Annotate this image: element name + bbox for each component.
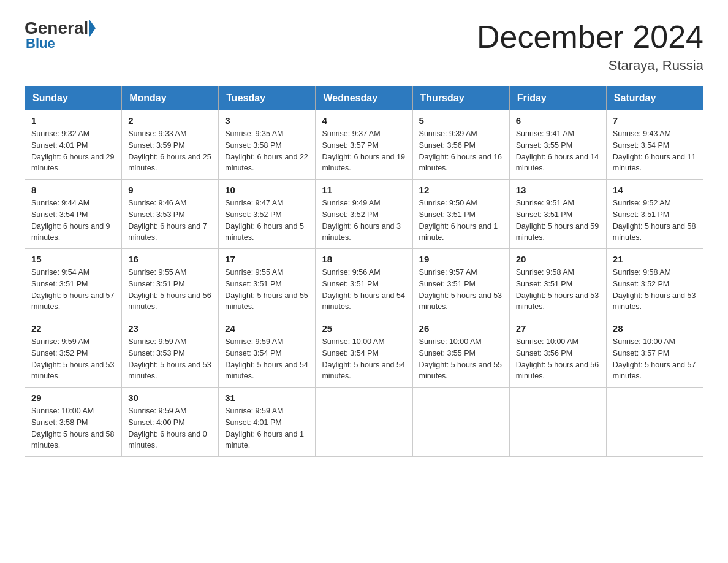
table-row: 29 Sunrise: 10:00 AM Sunset: 3:58 PM Day…	[25, 388, 122, 457]
table-row	[606, 388, 703, 457]
header-monday: Monday	[122, 86, 219, 110]
table-row: 8 Sunrise: 9:44 AM Sunset: 3:54 PM Dayli…	[25, 180, 122, 249]
table-row	[316, 388, 412, 457]
table-row: 9 Sunrise: 9:46 AM Sunset: 3:53 PM Dayli…	[122, 180, 219, 249]
day-info: Sunrise: 9:43 AM Sunset: 3:54 PM Dayligh…	[613, 128, 697, 174]
day-info: Sunrise: 9:57 AM Sunset: 3:51 PM Dayligh…	[419, 267, 503, 313]
day-number: 7	[613, 115, 697, 126]
day-number: 30	[128, 393, 212, 403]
table-row: 25 Sunrise: 10:00 AM Sunset: 3:54 PM Day…	[316, 318, 412, 388]
day-info: Sunrise: 9:52 AM Sunset: 3:51 PM Dayligh…	[613, 197, 697, 243]
day-info: Sunrise: 9:59 AM Sunset: 4:00 PM Dayligh…	[128, 405, 212, 451]
day-number: 12	[419, 185, 503, 195]
day-info: Sunrise: 9:47 AM Sunset: 3:52 PM Dayligh…	[225, 197, 309, 243]
calendar-week-row: 1 Sunrise: 9:32 AM Sunset: 4:01 PM Dayli…	[25, 110, 703, 180]
table-row: 31 Sunrise: 9:59 AM Sunset: 4:01 PM Dayl…	[219, 388, 316, 457]
table-row: 23 Sunrise: 9:59 AM Sunset: 3:53 PM Dayl…	[122, 318, 219, 388]
page-header: General Blue December 2024 Staraya, Russ…	[25, 18, 703, 74]
table-row: 14 Sunrise: 9:52 AM Sunset: 3:51 PM Dayl…	[606, 180, 703, 249]
table-row: 4 Sunrise: 9:37 AM Sunset: 3:57 PM Dayli…	[316, 110, 412, 180]
day-number: 10	[225, 185, 309, 195]
day-number: 9	[128, 185, 212, 195]
day-number: 29	[31, 393, 115, 403]
table-row: 6 Sunrise: 9:41 AM Sunset: 3:55 PM Dayli…	[509, 110, 606, 180]
table-row: 11 Sunrise: 9:49 AM Sunset: 3:52 PM Dayl…	[316, 180, 412, 249]
day-number: 18	[322, 254, 406, 264]
day-info: Sunrise: 9:49 AM Sunset: 3:52 PM Dayligh…	[322, 197, 406, 243]
title-area: December 2024 Staraya, Russia	[477, 18, 703, 74]
day-info: Sunrise: 9:46 AM Sunset: 3:53 PM Dayligh…	[128, 197, 212, 243]
table-row: 21 Sunrise: 9:58 AM Sunset: 3:52 PM Dayl…	[606, 249, 703, 318]
day-info: Sunrise: 10:00 AM Sunset: 3:58 PM Daylig…	[31, 405, 115, 451]
table-row: 2 Sunrise: 9:33 AM Sunset: 3:59 PM Dayli…	[122, 110, 219, 180]
logo-arrow-icon	[89, 20, 96, 37]
day-info: Sunrise: 9:59 AM Sunset: 3:54 PM Dayligh…	[225, 336, 309, 382]
day-number: 27	[516, 323, 600, 334]
table-row: 12 Sunrise: 9:50 AM Sunset: 3:51 PM Dayl…	[412, 180, 509, 249]
table-row: 1 Sunrise: 9:32 AM Sunset: 4:01 PM Dayli…	[25, 110, 122, 180]
header-thursday: Thursday	[412, 86, 509, 110]
calendar-week-row: 8 Sunrise: 9:44 AM Sunset: 3:54 PM Dayli…	[25, 180, 703, 249]
day-number: 25	[322, 323, 406, 334]
header-sunday: Sunday	[25, 86, 122, 110]
table-row: 22 Sunrise: 9:59 AM Sunset: 3:52 PM Dayl…	[25, 318, 122, 388]
table-row: 15 Sunrise: 9:54 AM Sunset: 3:51 PM Dayl…	[25, 249, 122, 318]
table-row: 26 Sunrise: 10:00 AM Sunset: 3:55 PM Day…	[412, 318, 509, 388]
day-info: Sunrise: 9:56 AM Sunset: 3:51 PM Dayligh…	[322, 267, 406, 313]
table-row	[412, 388, 509, 457]
table-row: 10 Sunrise: 9:47 AM Sunset: 3:52 PM Dayl…	[219, 180, 316, 249]
day-info: Sunrise: 10:00 AM Sunset: 3:54 PM Daylig…	[322, 336, 406, 382]
day-number: 22	[31, 323, 115, 334]
day-info: Sunrise: 9:59 AM Sunset: 3:52 PM Dayligh…	[31, 336, 115, 382]
day-number: 13	[516, 185, 600, 195]
day-number: 8	[31, 185, 115, 195]
table-row: 19 Sunrise: 9:57 AM Sunset: 3:51 PM Dayl…	[412, 249, 509, 318]
day-number: 6	[516, 115, 600, 126]
day-info: Sunrise: 9:59 AM Sunset: 3:53 PM Dayligh…	[128, 336, 212, 382]
calendar-header-row: Sunday Monday Tuesday Wednesday Thursday…	[25, 86, 703, 110]
day-number: 20	[516, 254, 600, 264]
day-info: Sunrise: 10:00 AM Sunset: 3:56 PM Daylig…	[516, 336, 600, 382]
table-row: 7 Sunrise: 9:43 AM Sunset: 3:54 PM Dayli…	[606, 110, 703, 180]
day-info: Sunrise: 9:50 AM Sunset: 3:51 PM Dayligh…	[419, 197, 503, 243]
day-info: Sunrise: 9:55 AM Sunset: 3:51 PM Dayligh…	[128, 267, 212, 313]
day-info: Sunrise: 9:44 AM Sunset: 3:54 PM Dayligh…	[31, 197, 115, 243]
table-row: 20 Sunrise: 9:58 AM Sunset: 3:51 PM Dayl…	[509, 249, 606, 318]
table-row: 17 Sunrise: 9:55 AM Sunset: 3:51 PM Dayl…	[219, 249, 316, 318]
day-number: 23	[128, 323, 212, 334]
day-info: Sunrise: 9:58 AM Sunset: 3:51 PM Dayligh…	[516, 267, 600, 313]
day-number: 3	[225, 115, 309, 126]
day-number: 16	[128, 254, 212, 264]
day-info: Sunrise: 9:35 AM Sunset: 3:58 PM Dayligh…	[225, 128, 309, 174]
table-row: 27 Sunrise: 10:00 AM Sunset: 3:56 PM Day…	[509, 318, 606, 388]
day-info: Sunrise: 9:58 AM Sunset: 3:52 PM Dayligh…	[613, 267, 697, 313]
day-number: 2	[128, 115, 212, 126]
table-row: 3 Sunrise: 9:35 AM Sunset: 3:58 PM Dayli…	[219, 110, 316, 180]
day-number: 5	[419, 115, 503, 126]
header-wednesday: Wednesday	[316, 86, 412, 110]
calendar-week-row: 15 Sunrise: 9:54 AM Sunset: 3:51 PM Dayl…	[25, 249, 703, 318]
day-info: Sunrise: 10:00 AM Sunset: 3:55 PM Daylig…	[419, 336, 503, 382]
day-info: Sunrise: 9:37 AM Sunset: 3:57 PM Dayligh…	[322, 128, 406, 174]
day-number: 26	[419, 323, 503, 334]
day-number: 19	[419, 254, 503, 264]
header-tuesday: Tuesday	[219, 86, 316, 110]
day-info: Sunrise: 9:55 AM Sunset: 3:51 PM Dayligh…	[225, 267, 309, 313]
day-number: 11	[322, 185, 406, 195]
location: Staraya, Russia	[477, 58, 703, 74]
day-info: Sunrise: 10:00 AM Sunset: 3:57 PM Daylig…	[613, 336, 697, 382]
day-info: Sunrise: 9:32 AM Sunset: 4:01 PM Dayligh…	[31, 128, 115, 174]
logo: General Blue	[25, 18, 97, 52]
day-info: Sunrise: 9:39 AM Sunset: 3:56 PM Dayligh…	[419, 128, 503, 174]
day-number: 1	[31, 115, 115, 126]
header-saturday: Saturday	[606, 86, 703, 110]
header-friday: Friday	[509, 86, 606, 110]
logo-blue-text: Blue	[26, 36, 55, 52]
day-number: 4	[322, 115, 406, 126]
day-info: Sunrise: 9:54 AM Sunset: 3:51 PM Dayligh…	[31, 267, 115, 313]
table-row: 5 Sunrise: 9:39 AM Sunset: 3:56 PM Dayli…	[412, 110, 509, 180]
day-number: 17	[225, 254, 309, 264]
calendar-table: Sunday Monday Tuesday Wednesday Thursday…	[25, 86, 703, 457]
table-row: 30 Sunrise: 9:59 AM Sunset: 4:00 PM Dayl…	[122, 388, 219, 457]
day-number: 21	[613, 254, 697, 264]
